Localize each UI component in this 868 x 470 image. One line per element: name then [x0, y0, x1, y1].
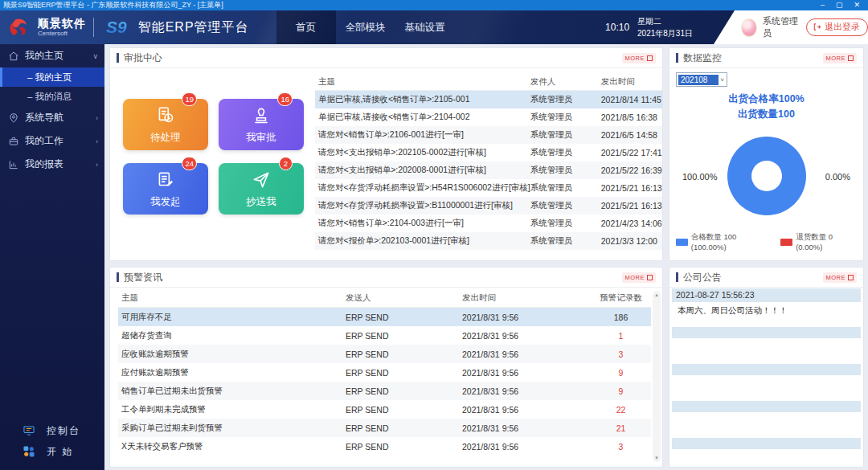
console-button[interactable]: 控制台 [0, 420, 104, 441]
tile-my-approvals-badge: 16 [277, 92, 293, 106]
location-person-icon [8, 112, 19, 124]
approval-table-row[interactable]: 请您对<销售订单>:2104-003进行[一审] 系统管理员 2021/4/23… [315, 215, 662, 232]
data-monitor-panel: 数据监控 MORE 202108 ˅ 出货合格率100% 出货数量100 100… [669, 47, 864, 261]
start-button[interactable]: 开 始 [0, 441, 104, 462]
title-accent [117, 272, 119, 282]
main-content: 审批中心 MORE 19 待处理 16 我审批 [104, 44, 868, 470]
title-accent [676, 272, 678, 282]
sidebar-item-my-home-group[interactable]: 我的主页 ∨ [0, 44, 104, 67]
sidebar-item-my-reports[interactable]: 我的报表 › [0, 153, 104, 176]
announcement-text [672, 375, 861, 399]
sidebar-item-my-messages[interactable]: – 我的消息 [0, 87, 104, 106]
announcements-panel-title: 公司公告 [683, 271, 722, 284]
approval-center-panel: 审批中心 MORE 19 待处理 16 我审批 [109, 47, 663, 261]
announcement-date [672, 438, 861, 449]
tile-cc-to-me[interactable]: 2 抄送我 [219, 163, 304, 215]
approval-table-row[interactable]: 请您对<存货浮动耗损率设置>:H54R1S006002进行[审核] 系统管理员 … [315, 179, 662, 197]
announcement-date [672, 401, 861, 412]
warnings-panel-title: 预警资讯 [124, 271, 162, 284]
more-icon [647, 55, 653, 61]
avatar[interactable] [741, 18, 757, 37]
warnings-panel: 预警资讯 MORE 主题 发送人 发出时间 预警记录数 可用库存不足 ERP S… [109, 267, 663, 468]
approval-table-row[interactable]: 请您对<存货浮动耗损率设置>:B11000001进行[审核] 系统管理员 202… [315, 197, 662, 215]
maximize-button[interactable]: ▢ [836, 0, 843, 10]
pass-percentage-label: 100.00% [682, 172, 717, 182]
warning-table-row[interactable]: 超储存货查询 ERP SEND 2021/8/31 9:56 1 [118, 326, 651, 345]
announcement-item[interactable] [672, 327, 861, 362]
warning-table-row[interactable]: 应收账款逾期预警 ERP SEND 2021/8/31 9:56 3 [118, 345, 651, 363]
tile-my-approvals[interactable]: 16 我审批 [219, 99, 304, 150]
announcement-item[interactable] [672, 364, 861, 399]
chart-icon [8, 159, 19, 170]
sidebar-item-system-nav[interactable]: 系统导航 › [0, 106, 104, 129]
chart-legend: 合格数量 100 (100.00%) 退货数量 0 (0.00%) [676, 229, 857, 256]
approval-table: 主题 发件人 发出时间 单据已审核,请接收<销售订单>:2105-001 系统管… [315, 73, 662, 255]
approval-table-row[interactable]: 请您对<销售订单>:2106-001进行[一审] 系统管理员 2021/6/5 … [315, 126, 662, 144]
tile-initiated-by-me[interactable]: 24 我发起 [123, 163, 208, 215]
close-button[interactable]: ✕ [854, 0, 860, 10]
logout-button[interactable]: 退出登录 [806, 18, 868, 36]
sidebar-footer: 控制台 开 始 [0, 420, 104, 470]
brand-divider [93, 18, 94, 37]
minimize-button[interactable]: – [821, 0, 825, 10]
more-icon [848, 55, 854, 61]
announcement-date [672, 327, 861, 338]
warning-table-row[interactable]: 应付账款逾期预警 ERP SEND 2021/8/31 9:56 9 [118, 363, 651, 382]
console-monitor-icon [23, 425, 35, 436]
user-area: 系统管理员 退出登录 [714, 10, 868, 44]
chevron-right-icon: › [96, 161, 98, 169]
legend-swatch-return [780, 239, 792, 246]
window-title: 顺景S9智能ERP管理平台 - 广东顺景软件科技有限公司_ZY - [主菜单] [3, 0, 821, 10]
s9-logo: S9 [106, 18, 127, 37]
nav-tab[interactable]: 全部模块 [336, 10, 395, 44]
approval-table-row[interactable]: 单据已审核,请接收<销售订单>:2105-001 系统管理员 2021/8/14… [315, 91, 662, 108]
warning-table-row[interactable]: 销售订单已过期未出货预警 ERP SEND 2021/8/31 9:56 9 [118, 382, 651, 400]
pass-rate-headline: 出货合格率100% [676, 92, 857, 107]
approval-table-header: 主题 发件人 发出时间 [315, 73, 662, 91]
announcements-more-button[interactable]: MORE [823, 272, 858, 283]
announcement-date: 2021-08-27 15:56:23 [672, 288, 861, 302]
tile-pending[interactable]: 19 待处理 [123, 99, 208, 150]
brand-subname: Centersoft [38, 31, 86, 37]
warning-table-row[interactable]: X天未转交易客户预警 ERP SEND 2021/8/31 9:56 3 [118, 437, 651, 456]
nav-tab[interactable]: 首页 [276, 10, 336, 44]
sidebar-item-my-home[interactable]: – 我的主页 [0, 67, 104, 87]
tile-initiated-badge: 24 [182, 157, 197, 170]
nav-tab[interactable]: 基础设置 [395, 10, 455, 44]
more-icon [848, 275, 854, 280]
brand-block: 顺景软件 Centersoft S9 智能ERP管理平台 [0, 10, 257, 44]
approval-table-row[interactable]: 请您对<支出报销单>:202105-0002进行[审核] 系统管理员 2021/… [315, 144, 662, 161]
warnings-table-header: 主题 发送人 发出时间 预警记录数 [118, 289, 651, 308]
warning-table-row[interactable]: 可用库存不足 ERP SEND 2021/8/31 9:56 186 [118, 308, 651, 326]
briefcase-icon [8, 136, 19, 147]
more-icon [647, 275, 653, 280]
announcement-item[interactable]: 2021-08-27 15:56:23 本周六、周日公司活动！！！ [672, 288, 861, 325]
donut-ring [727, 137, 806, 215]
announcement-item[interactable] [672, 401, 861, 436]
chevron-right-icon: › [96, 137, 98, 145]
doc-clock-icon [155, 105, 176, 126]
approval-more-button[interactable]: MORE [622, 53, 657, 63]
approval-table-row[interactable]: 请您对<报价单>:202103-0001进行[审核] 系统管理员 2021/3/… [315, 232, 662, 250]
approval-table-row[interactable]: 请您对<支出报销单>:202008-0001进行[审核] 系统管理员 2021/… [315, 161, 662, 179]
title-accent [676, 53, 678, 63]
sidebar-item-my-work[interactable]: 我的工作 › [0, 129, 104, 153]
warning-table-row[interactable]: 采购订单已过期未到货预警 ERP SEND 2021/8/31 9:56 21 [118, 419, 651, 437]
announcement-item[interactable] [672, 438, 861, 467]
warnings-more-button[interactable]: MORE [622, 272, 657, 283]
clock-block: 10:10 星期二 2021年8月31日 [605, 10, 714, 44]
warnings-scrollbar[interactable]: ▲▼ [653, 291, 661, 462]
legend-return-label: 退货数量 0 (0.00%) [796, 232, 857, 251]
period-select[interactable]: 202108 ˅ [676, 72, 727, 87]
chevron-down-icon: ∨ [92, 52, 98, 60]
clock-date: 2021年8月31日 [637, 27, 693, 39]
approval-table-row[interactable]: 单据已审核,请接收<销售订单>:2104-002 系统管理员 2021/8/5 … [315, 108, 662, 126]
approval-tiles: 19 待处理 16 我审批 24 我发起 2 [123, 99, 304, 255]
monitor-more-button[interactable]: MORE [823, 53, 858, 63]
brand-name: 顺景软件 [38, 18, 86, 29]
monitor-panel-title: 数据监控 [683, 51, 722, 65]
start-squares-icon [23, 445, 35, 458]
current-user-name: 系统管理员 [763, 15, 800, 39]
announcement-date [672, 364, 861, 375]
warning-table-row[interactable]: 工令单到期未完成预警 ERP SEND 2021/8/31 9:56 22 [118, 400, 651, 419]
